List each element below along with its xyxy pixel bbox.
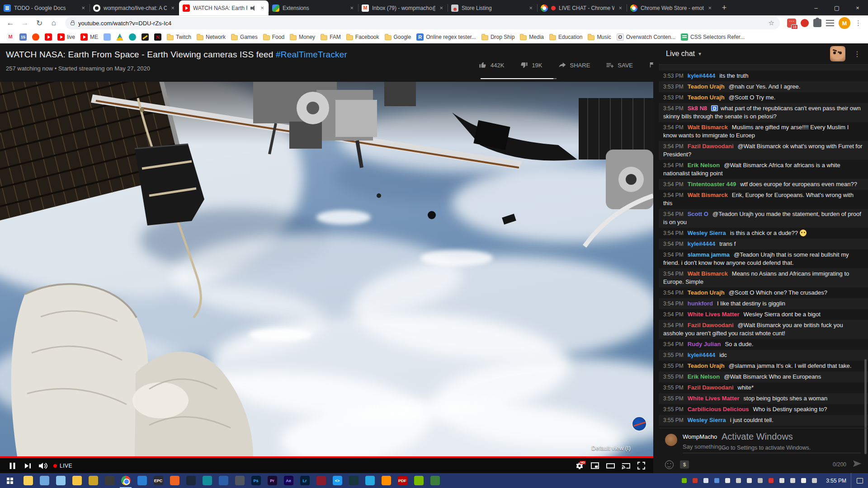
tab-close-icon[interactable]: × [707, 5, 712, 11]
bookmark-css-selectors-refer[interactable]: CSS Selectors Refer... [679, 32, 747, 42]
message-author[interactable]: Erik Nelson [688, 162, 720, 169]
close-button[interactable]: × [847, 0, 868, 15]
tab-0[interactable]: TODO - Google Docs× [0, 0, 90, 15]
message-author[interactable]: kyle#4444 [688, 352, 715, 358]
chat-message[interactable]: 3:54 PMFazil Dawoodani@Walt Bismarck you… [659, 320, 868, 339]
message-author[interactable]: Teadon Urajh [688, 289, 725, 296]
chat-message[interactable]: 3:54 PMslamma jamma@Teadon Urajh that is… [659, 249, 868, 268]
tab-close-icon[interactable]: × [528, 5, 533, 11]
notification-center-button[interactable] [851, 473, 868, 488]
message-author[interactable]: Rudy Julian [688, 341, 721, 347]
bookmark-food[interactable]: Food [261, 33, 287, 42]
message-author[interactable]: hunkford [688, 300, 713, 307]
chat-message[interactable]: 3:55 PMFazil Dawoodaniwhite* [659, 382, 868, 393]
miniplayer-button[interactable] [587, 460, 603, 472]
message-author[interactable]: Wesley Sierra [688, 417, 726, 423]
tray-cursor-icon[interactable] [778, 477, 785, 484]
chat-message[interactable]: 3:54 PMWesley Sierrais this a chick or a… [659, 228, 868, 239]
bookmark-9[interactable] [139, 32, 151, 42]
bookmark-2[interactable] [30, 32, 42, 42]
taskbar-after-effects-icon[interactable]: Ae [280, 473, 297, 488]
taskbar-lightroom-icon[interactable]: Lr [297, 473, 313, 488]
adblock-extension-icon[interactable]: 16 [787, 19, 796, 28]
chat-message[interactable]: 3:54 PMTeadon Urajh@Scott O Which one? T… [659, 287, 868, 298]
chat-message[interactable]: 3:54 PMWalt BismarckErik, Europe for Eur… [659, 190, 868, 209]
bookmark-drop-ship[interactable]: Drop Ship [479, 33, 517, 42]
tray-circle-icon[interactable] [746, 477, 753, 484]
tab-7[interactable]: Chrome Web Store - emote× [627, 0, 716, 15]
tab-close-icon[interactable]: × [80, 5, 86, 11]
message-author[interactable]: Teadon Urajh [688, 94, 725, 101]
chat-menu-icon[interactable]: ⋮ [849, 50, 861, 58]
chat-message[interactable]: 3:54 PMRudy JulianSo a dude. [659, 339, 868, 350]
report-button[interactable] [648, 61, 656, 69]
tab-2[interactable]: WATCH NASA: Earth Fro× [179, 0, 269, 15]
message-author[interactable]: slamma jamma [688, 251, 730, 258]
taskbar-fl-studio-icon[interactable] [378, 473, 394, 488]
forward-button[interactable]: → [19, 17, 31, 29]
bookmark-facebook[interactable]: Facebook [344, 33, 382, 42]
taskbar-app-green-adobe-icon[interactable] [427, 473, 443, 488]
emoji-button[interactable] [665, 460, 674, 469]
tray-droplet-icon[interactable] [703, 477, 709, 484]
taskbar-app-dark-audio-icon[interactable] [345, 473, 362, 488]
message-author[interactable]: Walt Bismarck [688, 192, 728, 198]
chat-message[interactable]: 3:53 PMkyle#4444its the truth [659, 70, 868, 81]
save-button[interactable]: SAVE [605, 61, 633, 70]
taskbar-file-explorer-icon[interactable] [20, 473, 36, 488]
taskbar-photoshop-icon[interactable]: Ps [248, 473, 264, 488]
taskbar-vscode-icon[interactable]: <> [329, 473, 345, 488]
message-author[interactable]: Walt Bismarck [688, 270, 728, 277]
bookmark-live[interactable]: live [55, 32, 77, 42]
taskbar-premiere-icon[interactable]: Pr [264, 473, 280, 488]
bookmark-fam[interactable]: FAM [318, 33, 343, 42]
tray-pen-icon[interactable] [811, 477, 818, 484]
tray-display-icon[interactable] [789, 477, 796, 484]
chat-message[interactable]: 3:54 PMkyle#4444trans f [659, 239, 868, 249]
taskbar-app-red-audio-icon[interactable] [313, 473, 329, 488]
tab-6[interactable]: LIVE CHAT - Chrome We× [537, 0, 627, 15]
like-button[interactable]: 442K [478, 61, 504, 70]
bookmark-education[interactable]: Education [547, 33, 585, 42]
chat-message[interactable]: 3:55 PMkyle#4444idc [659, 350, 868, 361]
address-bar[interactable]: youtube.com/watch?v=DDU-rZs-Ic4 ☆ [65, 17, 780, 29]
share-button[interactable]: SHARE [558, 61, 590, 70]
bookmark-google[interactable]: Google [382, 33, 414, 42]
message-author[interactable]: Sk8 N8 [688, 105, 707, 112]
theater-button[interactable] [603, 460, 618, 472]
taskbar-app-yellow-chevrons-icon[interactable] [69, 473, 85, 488]
hashtag-link[interactable]: #RealTimeTracker [276, 50, 347, 59]
taskbar-pdf-app-icon[interactable]: PDF [394, 473, 410, 488]
bookmark-8[interactable] [127, 32, 138, 42]
taskbar-app-blue-tools-icon[interactable] [134, 473, 150, 488]
chat-message[interactable]: 3:54 PMErik Nelson@Walt Bismarck Africa … [659, 160, 868, 179]
superchat-button[interactable]: $ [680, 460, 689, 469]
tray-usb-icon[interactable] [735, 477, 742, 484]
next-button[interactable] [20, 460, 35, 472]
taskbar-app-blue-doc-icon[interactable] [215, 473, 231, 488]
taskbar-app-photos-icon[interactable] [52, 473, 69, 488]
tray-mic-icon[interactable] [724, 477, 731, 484]
chat-message[interactable]: 3:54 PMFazil Dawoodani@Walt Bismarck ok … [659, 141, 868, 160]
taskbar-app-dark-circle-icon[interactable] [101, 473, 118, 488]
reload-button[interactable]: ↻ [33, 17, 45, 29]
chat-message[interactable]: 3:54 PMWhite Lives MatterWesley Sierra d… [659, 309, 868, 320]
chevron-down-icon[interactable]: ▾ [698, 51, 701, 57]
bookmark-money[interactable]: Money [288, 33, 317, 42]
message-author[interactable]: Fazil Dawoodani [688, 143, 734, 150]
tab-close-icon[interactable]: × [259, 5, 265, 11]
chat-message[interactable]: 3:55 PMTeadon Urajh@slamma jamma It's ok… [659, 361, 868, 371]
bookmark-network[interactable]: Network [194, 33, 228, 42]
taskbar-app-teal-icon[interactable] [199, 473, 215, 488]
message-author[interactable]: Erik Nelson [688, 373, 720, 380]
fullscreen-button[interactable] [633, 460, 649, 472]
chat-text-input[interactable]: Say something... [683, 443, 861, 453]
list-extension-icon[interactable] [826, 20, 834, 26]
bookmark-0[interactable] [5, 32, 16, 42]
url-text[interactable]: youtube.com/watch?v=DDU-rZs-Ic4 [78, 20, 765, 27]
tray-nvidia-icon[interactable] [681, 477, 688, 484]
back-button[interactable]: ← [5, 17, 16, 29]
taskbar-app-gold-icon[interactable] [85, 473, 101, 488]
bookmark-me[interactable]: ME [78, 32, 100, 42]
bookmark-10[interactable] [152, 32, 164, 42]
